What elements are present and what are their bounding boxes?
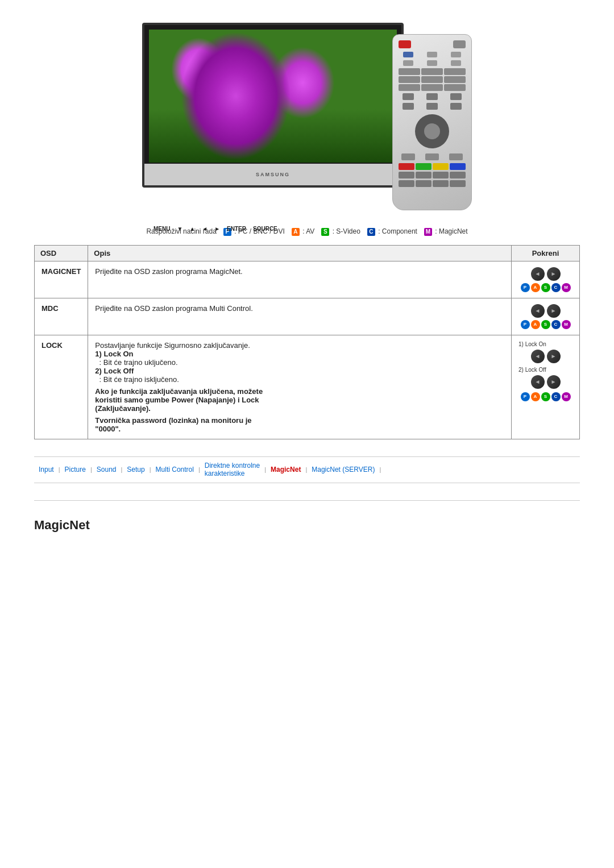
nav-magicnet[interactable]: MagicNet xyxy=(266,466,305,474)
table-row: LOCK Postavljanje funkcije Sigurnosno za… xyxy=(35,335,580,439)
monitor-remote-image: SAMSUNG MENU ▼ ▲ ◄ ► ENTER SOURCE xyxy=(142,23,472,216)
lock-off-label: 2) Lock Off xyxy=(518,367,546,373)
monitor-image: SAMSUNG xyxy=(142,23,404,188)
lock-desc-4: 2) Lock Off xyxy=(95,367,504,375)
remote-nav-inner xyxy=(424,123,440,139)
nav-magicnet-server[interactable]: MagicNet (SERVER) xyxy=(307,466,379,474)
lock-on-arrow-right: ► xyxy=(547,350,561,363)
pasc-badges-lock: P A S C M xyxy=(521,392,571,401)
pasc-arrows-magicnet: ◄ ► xyxy=(531,267,561,281)
desc-cell-magicnet: Prijeđite na OSD zaslon programa MagicNe… xyxy=(88,261,512,298)
monitor-bottom-bar: SAMSUNG xyxy=(144,164,401,185)
badge-m: M xyxy=(424,228,432,236)
badge-a-mdc: A xyxy=(531,320,540,329)
power-off-button xyxy=(453,40,466,48)
arrow-left-magicnet: ◄ xyxy=(531,267,545,281)
right-label: ► xyxy=(214,226,220,232)
nav-bar: Input | Picture | Sound | Setup | Multi … xyxy=(34,456,580,483)
osd-cell-magicnet: MAGICNET xyxy=(35,261,88,298)
page-title: MagicNet xyxy=(34,518,580,533)
arrow-right-magicnet: ► xyxy=(547,267,561,281)
pasc-badges-magicnet: P A S C M xyxy=(521,283,571,292)
table-header-run: Pokreni xyxy=(512,245,580,261)
remote-number-grid xyxy=(396,68,468,91)
page-divider xyxy=(34,500,580,501)
run-cell-mdc: ◄ ► P A S C M xyxy=(512,298,580,335)
remote-vol-ch xyxy=(396,103,468,110)
badge-c-mdc: C xyxy=(551,320,561,329)
monitor-screen xyxy=(149,30,397,163)
monitor-brand-label: SAMSUNG xyxy=(256,172,290,177)
remote-power-buttons xyxy=(396,39,468,49)
badge-a-lock: A xyxy=(531,392,540,401)
lock-btn xyxy=(451,52,461,57)
nav-picture[interactable]: Picture xyxy=(60,466,90,474)
run-cell-magicnet: ◄ ► P A S C M xyxy=(512,261,580,298)
badge-p-mdc: P xyxy=(521,320,530,329)
run-cell-lock: 1) Lock On ◄ ► 2) Lock Off ◄ ► P A xyxy=(512,335,580,439)
source-label: SOURCE xyxy=(253,226,277,232)
remote-mid-controls xyxy=(396,93,468,100)
nav-sep-8: | xyxy=(379,466,381,473)
osd-table: OSD Opis Pokreni MAGICNET Prijeđite na O… xyxy=(34,245,580,439)
badge-m-run: M xyxy=(562,283,571,292)
nav-direktne-label: Direktne kontrolne karakteristike xyxy=(205,462,260,478)
up-label: ▲ xyxy=(189,226,195,232)
lock-desc-7: Tvornička password (lozinka) na monitoru… xyxy=(95,416,504,433)
table-row: MDC Prijeđite na OSD zaslon programa Mul… xyxy=(35,298,580,335)
left-label: ◄ xyxy=(202,226,208,232)
enter-label: ENTER xyxy=(227,226,246,232)
lock-on-arrow-left: ◄ xyxy=(531,350,545,363)
lock-off-arrow-right: ► xyxy=(547,375,561,389)
flower-display xyxy=(149,30,397,163)
remote-extra-buttons xyxy=(396,172,468,178)
table-header-desc: Opis xyxy=(88,245,512,261)
hero-section: SAMSUNG MENU ▼ ▲ ◄ ► ENTER SOURCE xyxy=(34,23,580,216)
badge-m-lock: M xyxy=(562,392,571,401)
nav-multi-control[interactable]: Multi Control xyxy=(151,466,198,474)
pasc-mdc: ◄ ► P A S C M xyxy=(518,304,572,329)
lock-off-arrow-left: ◄ xyxy=(531,375,545,389)
remote-row-1 xyxy=(396,52,468,57)
badge-s-run: S xyxy=(541,283,550,292)
osd-cell-lock: LOCK xyxy=(35,335,88,439)
lock-desc-2: 1) Lock On xyxy=(95,350,504,358)
lock-run-container: 1) Lock On ◄ ► 2) Lock Off ◄ ► P A xyxy=(518,341,572,401)
desc-cell-lock: Postavljanje funkcije Sigurnosno zaključ… xyxy=(88,335,512,439)
lock-desc-6: Ako je funkcija zaključavanja uključena,… xyxy=(95,387,504,413)
badge-s-lock: S xyxy=(541,392,550,401)
osd-cell-mdc: MDC xyxy=(35,298,88,335)
badge-c-run: C xyxy=(551,283,561,292)
nav-direktne[interactable]: Direktne kontrolne karakteristike xyxy=(200,462,264,478)
nav-sound[interactable]: Sound xyxy=(92,466,121,474)
badge-m-label: : MagicNet xyxy=(433,227,468,235)
lock-desc-3: : Bit će trajno uključeno. xyxy=(95,358,504,367)
pasc-magicnet: ◄ ► P A S C M xyxy=(518,267,572,292)
nav-setup[interactable]: Setup xyxy=(122,466,149,474)
pasc-badges-mdc: P A S C M xyxy=(521,320,571,329)
remote-bottom-row xyxy=(396,153,468,160)
magicnet-btn xyxy=(403,52,413,57)
menu-label: MENU xyxy=(154,226,170,232)
lock-on-arrows: ◄ ► xyxy=(531,350,561,363)
lock-desc-5: : Bit će trajno isključeno. xyxy=(95,375,504,384)
badge-p-run: P xyxy=(521,283,530,292)
remote-nav-circle xyxy=(415,114,449,148)
badge-m-mdc: M xyxy=(562,320,571,329)
nav-input[interactable]: Input xyxy=(34,466,59,474)
lock-off-arrows: ◄ ► xyxy=(531,375,561,389)
lock-on-label: 1) Lock On xyxy=(518,341,546,347)
remote-row-2 xyxy=(396,60,468,66)
arrow-right-mdc: ► xyxy=(547,304,561,318)
remote-color-buttons xyxy=(396,163,468,170)
lock-desc-1: Postavljanje funkcije Sigurnosno zaključ… xyxy=(95,341,504,350)
badge-a-run: A xyxy=(531,283,540,292)
table-row: MAGICNET Prijeđite na OSD zaslon program… xyxy=(35,261,580,298)
desc-cell-mdc: Prijeđite na OSD zaslon programa Multi C… xyxy=(88,298,512,335)
table-header-osd: OSD xyxy=(35,245,88,261)
down-label: ▼ xyxy=(177,226,182,232)
arrow-left-mdc: ◄ xyxy=(531,304,545,318)
remote-last-buttons xyxy=(396,180,468,187)
badge-c-lock: C xyxy=(551,392,561,401)
mdc-btn xyxy=(427,52,437,57)
